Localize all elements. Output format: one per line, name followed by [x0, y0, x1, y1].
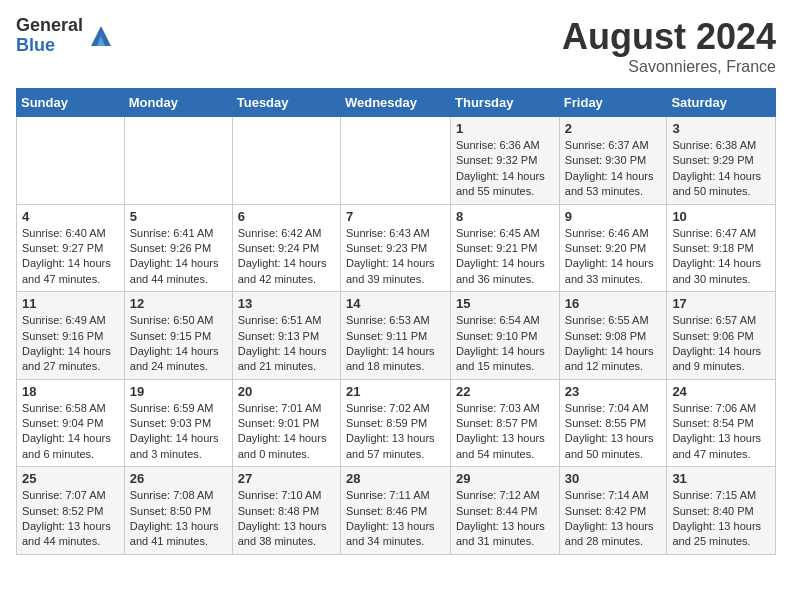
day-number: 27 [238, 471, 335, 486]
day-number: 13 [238, 296, 335, 311]
day-number: 26 [130, 471, 227, 486]
day-info: Sunrise: 6:40 AMSunset: 9:27 PMDaylight:… [22, 226, 119, 288]
page-header: General Blue August 2024 Savonnieres, Fr… [16, 16, 776, 76]
day-info: Sunrise: 7:03 AMSunset: 8:57 PMDaylight:… [456, 401, 554, 463]
calendar-cell: 6Sunrise: 6:42 AMSunset: 9:24 PMDaylight… [232, 204, 340, 292]
calendar-cell: 5Sunrise: 6:41 AMSunset: 9:26 PMDaylight… [124, 204, 232, 292]
calendar-cell: 17Sunrise: 6:57 AMSunset: 9:06 PMDayligh… [667, 292, 776, 380]
day-number: 11 [22, 296, 119, 311]
day-info: Sunrise: 6:49 AMSunset: 9:16 PMDaylight:… [22, 313, 119, 375]
day-info: Sunrise: 6:50 AMSunset: 9:15 PMDaylight:… [130, 313, 227, 375]
day-number: 17 [672, 296, 770, 311]
day-of-week-header: Sunday [17, 89, 125, 117]
day-number: 8 [456, 209, 554, 224]
day-number: 4 [22, 209, 119, 224]
calendar-cell: 19Sunrise: 6:59 AMSunset: 9:03 PMDayligh… [124, 379, 232, 467]
calendar-cell: 24Sunrise: 7:06 AMSunset: 8:54 PMDayligh… [667, 379, 776, 467]
day-info: Sunrise: 6:57 AMSunset: 9:06 PMDaylight:… [672, 313, 770, 375]
calendar-cell: 4Sunrise: 6:40 AMSunset: 9:27 PMDaylight… [17, 204, 125, 292]
day-of-week-header: Wednesday [340, 89, 450, 117]
day-number: 16 [565, 296, 662, 311]
day-of-week-header: Saturday [667, 89, 776, 117]
calendar-cell: 14Sunrise: 6:53 AMSunset: 9:11 PMDayligh… [340, 292, 450, 380]
day-of-week-header: Monday [124, 89, 232, 117]
day-number: 6 [238, 209, 335, 224]
day-of-week-header: Thursday [451, 89, 560, 117]
calendar-cell: 23Sunrise: 7:04 AMSunset: 8:55 PMDayligh… [559, 379, 667, 467]
calendar-cell: 8Sunrise: 6:45 AMSunset: 9:21 PMDaylight… [451, 204, 560, 292]
day-info: Sunrise: 7:02 AMSunset: 8:59 PMDaylight:… [346, 401, 445, 463]
day-info: Sunrise: 6:43 AMSunset: 9:23 PMDaylight:… [346, 226, 445, 288]
calendar-cell: 16Sunrise: 6:55 AMSunset: 9:08 PMDayligh… [559, 292, 667, 380]
calendar-week-row: 18Sunrise: 6:58 AMSunset: 9:04 PMDayligh… [17, 379, 776, 467]
day-number: 3 [672, 121, 770, 136]
calendar-cell: 22Sunrise: 7:03 AMSunset: 8:57 PMDayligh… [451, 379, 560, 467]
day-info: Sunrise: 6:53 AMSunset: 9:11 PMDaylight:… [346, 313, 445, 375]
calendar-cell [340, 117, 450, 205]
calendar-cell: 31Sunrise: 7:15 AMSunset: 8:40 PMDayligh… [667, 467, 776, 555]
calendar-cell [124, 117, 232, 205]
logo-icon [87, 22, 115, 50]
day-info: Sunrise: 7:01 AMSunset: 9:01 PMDaylight:… [238, 401, 335, 463]
day-number: 14 [346, 296, 445, 311]
day-info: Sunrise: 6:51 AMSunset: 9:13 PMDaylight:… [238, 313, 335, 375]
day-number: 30 [565, 471, 662, 486]
day-info: Sunrise: 7:12 AMSunset: 8:44 PMDaylight:… [456, 488, 554, 550]
day-of-week-header: Friday [559, 89, 667, 117]
calendar-cell: 9Sunrise: 6:46 AMSunset: 9:20 PMDaylight… [559, 204, 667, 292]
day-number: 31 [672, 471, 770, 486]
day-info: Sunrise: 7:10 AMSunset: 8:48 PMDaylight:… [238, 488, 335, 550]
day-number: 22 [456, 384, 554, 399]
calendar-cell: 10Sunrise: 6:47 AMSunset: 9:18 PMDayligh… [667, 204, 776, 292]
day-info: Sunrise: 6:55 AMSunset: 9:08 PMDaylight:… [565, 313, 662, 375]
location: Savonnieres, France [562, 58, 776, 76]
calendar-cell: 3Sunrise: 6:38 AMSunset: 9:29 PMDaylight… [667, 117, 776, 205]
day-info: Sunrise: 6:47 AMSunset: 9:18 PMDaylight:… [672, 226, 770, 288]
calendar-cell: 26Sunrise: 7:08 AMSunset: 8:50 PMDayligh… [124, 467, 232, 555]
calendar-cell: 27Sunrise: 7:10 AMSunset: 8:48 PMDayligh… [232, 467, 340, 555]
day-info: Sunrise: 6:54 AMSunset: 9:10 PMDaylight:… [456, 313, 554, 375]
day-number: 9 [565, 209, 662, 224]
day-number: 12 [130, 296, 227, 311]
day-number: 7 [346, 209, 445, 224]
day-info: Sunrise: 6:38 AMSunset: 9:29 PMDaylight:… [672, 138, 770, 200]
logo-text: General Blue [16, 16, 83, 56]
day-info: Sunrise: 6:59 AMSunset: 9:03 PMDaylight:… [130, 401, 227, 463]
day-info: Sunrise: 7:15 AMSunset: 8:40 PMDaylight:… [672, 488, 770, 550]
calendar-week-row: 11Sunrise: 6:49 AMSunset: 9:16 PMDayligh… [17, 292, 776, 380]
day-info: Sunrise: 7:06 AMSunset: 8:54 PMDaylight:… [672, 401, 770, 463]
day-info: Sunrise: 6:42 AMSunset: 9:24 PMDaylight:… [238, 226, 335, 288]
title-block: August 2024 Savonnieres, France [562, 16, 776, 76]
logo-blue: Blue [16, 36, 83, 56]
calendar-cell: 15Sunrise: 6:54 AMSunset: 9:10 PMDayligh… [451, 292, 560, 380]
calendar-cell [17, 117, 125, 205]
day-number: 28 [346, 471, 445, 486]
calendar-cell: 12Sunrise: 6:50 AMSunset: 9:15 PMDayligh… [124, 292, 232, 380]
day-info: Sunrise: 7:08 AMSunset: 8:50 PMDaylight:… [130, 488, 227, 550]
month-year: August 2024 [562, 16, 776, 58]
logo-general: General [16, 16, 83, 36]
calendar-cell: 13Sunrise: 6:51 AMSunset: 9:13 PMDayligh… [232, 292, 340, 380]
day-info: Sunrise: 6:58 AMSunset: 9:04 PMDaylight:… [22, 401, 119, 463]
calendar-cell: 25Sunrise: 7:07 AMSunset: 8:52 PMDayligh… [17, 467, 125, 555]
day-info: Sunrise: 6:36 AMSunset: 9:32 PMDaylight:… [456, 138, 554, 200]
day-number: 21 [346, 384, 445, 399]
calendar-cell: 1Sunrise: 6:36 AMSunset: 9:32 PMDaylight… [451, 117, 560, 205]
day-number: 5 [130, 209, 227, 224]
calendar-cell: 21Sunrise: 7:02 AMSunset: 8:59 PMDayligh… [340, 379, 450, 467]
day-number: 24 [672, 384, 770, 399]
day-info: Sunrise: 6:46 AMSunset: 9:20 PMDaylight:… [565, 226, 662, 288]
day-number: 19 [130, 384, 227, 399]
day-number: 10 [672, 209, 770, 224]
day-number: 29 [456, 471, 554, 486]
logo: General Blue [16, 16, 115, 56]
day-number: 20 [238, 384, 335, 399]
day-info: Sunrise: 7:07 AMSunset: 8:52 PMDaylight:… [22, 488, 119, 550]
calendar-week-row: 1Sunrise: 6:36 AMSunset: 9:32 PMDaylight… [17, 117, 776, 205]
calendar-cell: 28Sunrise: 7:11 AMSunset: 8:46 PMDayligh… [340, 467, 450, 555]
calendar-cell: 29Sunrise: 7:12 AMSunset: 8:44 PMDayligh… [451, 467, 560, 555]
day-info: Sunrise: 7:11 AMSunset: 8:46 PMDaylight:… [346, 488, 445, 550]
calendar-cell [232, 117, 340, 205]
calendar-week-row: 25Sunrise: 7:07 AMSunset: 8:52 PMDayligh… [17, 467, 776, 555]
day-info: Sunrise: 6:45 AMSunset: 9:21 PMDaylight:… [456, 226, 554, 288]
